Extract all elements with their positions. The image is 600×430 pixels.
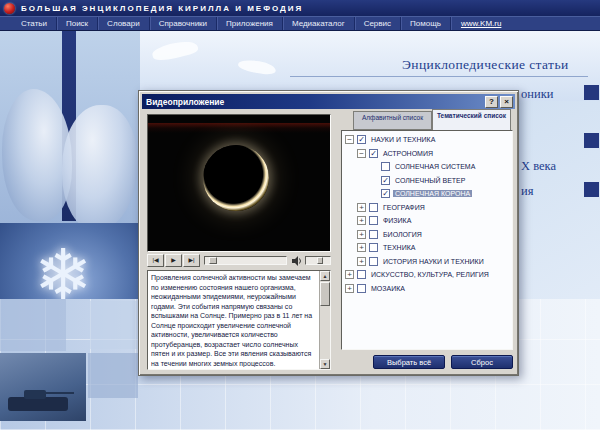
tree-item[interactable]: −✓АСТРОНОМИЯ bbox=[342, 147, 512, 161]
menu-item-service[interactable]: Сервис bbox=[355, 17, 401, 30]
checkbox-unchecked-icon[interactable] bbox=[369, 257, 378, 266]
checkbox-unchecked-icon[interactable] bbox=[369, 203, 378, 212]
km-ru-link[interactable]: www.KM.ru bbox=[451, 19, 511, 28]
collapse-icon[interactable]: − bbox=[357, 149, 366, 158]
volume-slider-thumb[interactable] bbox=[317, 257, 323, 264]
tank-silhouette bbox=[8, 397, 68, 411]
checkbox-checked-icon[interactable]: ✓ bbox=[357, 135, 366, 144]
close-button[interactable]: × bbox=[500, 96, 513, 108]
menubar-items: СтатьиПоискСловариСправочникиПриложенияМ… bbox=[12, 17, 451, 30]
menu-item-dictionaries[interactable]: Словари bbox=[98, 17, 150, 30]
tab-alphabetical-list[interactable]: Алфавитный список bbox=[353, 111, 432, 130]
tree-item-label: БИОЛОГИЯ bbox=[381, 231, 424, 238]
tree-item-label: ГЕОГРАФИЯ bbox=[381, 204, 427, 211]
menubar: СтатьиПоискСловариСправочникиПриложенияМ… bbox=[0, 16, 600, 31]
tank-photo-tile bbox=[0, 353, 86, 421]
solar-flare-glow bbox=[148, 123, 330, 133]
tree-item[interactable]: +ТЕХНИКА bbox=[342, 241, 512, 255]
list-tabs: Алфавитный список Тематический список bbox=[353, 109, 511, 130]
tree-item-label: ТЕХНИКА bbox=[381, 244, 417, 251]
seek-slider-thumb[interactable] bbox=[209, 257, 217, 264]
menu-item-applications[interactable]: Приложения bbox=[217, 17, 283, 30]
step-back-button[interactable]: |◀ bbox=[147, 254, 164, 267]
photo-tile bbox=[88, 353, 138, 398]
nav-square-bullet[interactable] bbox=[584, 85, 599, 100]
expand-icon[interactable]: + bbox=[357, 216, 366, 225]
category-tree: −✓НАУКИ И ТЕХНИКА−✓АСТРОНОМИЯСОЛНЕЧНАЯ С… bbox=[341, 130, 513, 350]
volume-slider[interactable] bbox=[305, 256, 331, 265]
tree-item-label: СОЛНЕЧНЫЙ ВЕТЕР bbox=[393, 177, 467, 184]
scrollbar-thumb[interactable] bbox=[320, 282, 330, 306]
step-forward-button[interactable]: ▶| bbox=[183, 254, 200, 267]
select-all-button[interactable]: Выбрать всё bbox=[373, 355, 445, 369]
tree-item[interactable]: +МОЗАИКА bbox=[342, 282, 512, 296]
tree-item[interactable]: ✓СОЛНЕЧНЫЙ ВЕТЕР bbox=[342, 174, 512, 188]
expand-icon[interactable]: + bbox=[357, 257, 366, 266]
tree-item[interactable]: +ИСКУССТВО, КУЛЬТУРА, РЕЛИГИЯ bbox=[342, 268, 512, 282]
nav-text-fragment[interactable]: оники bbox=[521, 87, 553, 102]
nav-text-fragment[interactable]: ия bbox=[521, 184, 533, 199]
menu-item-articles[interactable]: Статьи bbox=[12, 17, 57, 30]
tree-item-label: ФИЗИКА bbox=[381, 217, 413, 224]
section-heading: Энциклопедические статьи bbox=[402, 57, 569, 73]
play-button[interactable]: ▶ bbox=[165, 254, 182, 267]
scroll-down-icon[interactable]: ▼ bbox=[320, 359, 330, 369]
speaker-icon[interactable] bbox=[291, 255, 304, 267]
reset-button[interactable]: Сброс bbox=[451, 355, 513, 369]
expand-icon[interactable]: + bbox=[345, 284, 354, 293]
photo-tile bbox=[0, 299, 66, 351]
video-player-screen[interactable] bbox=[147, 114, 331, 252]
tank-silhouette bbox=[24, 390, 46, 399]
app-titlebar: БОЛЬШАЯ ЭНЦИКЛОПЕДИЯ КИРИЛЛА И МЕФОДИЯ bbox=[0, 0, 600, 16]
menu-item-search[interactable]: Поиск bbox=[57, 17, 98, 30]
menu-item-help[interactable]: Помощь bbox=[401, 17, 451, 30]
vertical-scrollbar[interactable]: ▲ ▼ bbox=[319, 271, 330, 369]
tree-item-label: НАУКИ И ТЕХНИКА bbox=[369, 136, 437, 143]
tree-item[interactable]: +ИСТОРИЯ НАУКИ И ТЕХНИКИ bbox=[342, 255, 512, 269]
checkbox-unchecked-icon[interactable] bbox=[369, 230, 378, 239]
tree-item[interactable]: +БИОЛОГИЯ bbox=[342, 228, 512, 242]
tree-item[interactable]: +ГЕОГРАФИЯ bbox=[342, 201, 512, 215]
description-textbox: Проявления солнечной активности мы замеч… bbox=[147, 270, 331, 370]
scroll-up-icon[interactable]: ▲ bbox=[320, 271, 330, 281]
nav-square-bullet[interactable] bbox=[584, 182, 599, 197]
tree-item-label: АСТРОНОМИЯ bbox=[381, 150, 435, 157]
checkbox-checked-icon[interactable]: ✓ bbox=[381, 189, 390, 198]
help-button[interactable]: ? bbox=[485, 96, 498, 108]
tree-item-label: СОЛНЕЧНАЯ КОРОНА bbox=[393, 190, 472, 197]
checkbox-unchecked-icon[interactable] bbox=[369, 216, 378, 225]
km-logo-icon bbox=[4, 3, 15, 14]
menu-item-media-catalog[interactable]: Медиакаталог bbox=[283, 17, 355, 30]
tree-item[interactable]: СОЛНЕЧНАЯ СИСТЕМА bbox=[342, 160, 512, 174]
checkbox-checked-icon[interactable]: ✓ bbox=[381, 176, 390, 185]
checkbox-unchecked-icon[interactable] bbox=[369, 243, 378, 252]
nav-text-fragment[interactable]: X века bbox=[521, 159, 556, 174]
checkbox-checked-icon[interactable]: ✓ bbox=[369, 149, 378, 158]
nav-square-bullet[interactable] bbox=[584, 133, 599, 148]
expand-icon[interactable]: + bbox=[357, 203, 366, 212]
dialog-titlebar[interactable]: Видеоприложение ? × bbox=[142, 94, 515, 109]
tree-item[interactable]: +ФИЗИКА bbox=[342, 214, 512, 228]
tree-item[interactable]: ✓СОЛНЕЧНАЯ КОРОНА bbox=[342, 187, 512, 201]
solar-eclipse-frame bbox=[203, 145, 269, 211]
player-controls: |◀▶▶| bbox=[147, 254, 331, 267]
seek-slider[interactable] bbox=[204, 256, 287, 265]
collapse-icon[interactable]: − bbox=[345, 135, 354, 144]
tree-item[interactable]: −✓НАУКИ И ТЕХНИКА bbox=[342, 133, 512, 147]
checkbox-unchecked-icon[interactable] bbox=[357, 270, 366, 279]
expand-icon[interactable]: + bbox=[357, 230, 366, 239]
tank-silhouette bbox=[44, 392, 74, 394]
heading-divider bbox=[290, 76, 588, 77]
menu-item-reference-books[interactable]: Справочники bbox=[150, 17, 217, 30]
app-title: БОЛЬШАЯ ЭНЦИКЛОПЕДИЯ КИРИЛЛА И МЕФОДИЯ bbox=[21, 4, 303, 13]
checkbox-unchecked-icon[interactable] bbox=[357, 284, 366, 293]
video-application-dialog: Видеоприложение ? × |◀▶▶| Про bbox=[138, 90, 519, 376]
tree-item-label: ИСТОРИЯ НАУКИ И ТЕХНИКИ bbox=[381, 258, 486, 265]
player-controls-left: |◀▶▶| bbox=[147, 254, 200, 267]
tab-thematic-list[interactable]: Тематический список bbox=[432, 109, 511, 130]
expand-icon[interactable]: + bbox=[345, 270, 354, 279]
expand-icon[interactable]: + bbox=[357, 243, 366, 252]
photo-tile bbox=[90, 301, 138, 349]
checkbox-unchecked-icon[interactable] bbox=[381, 162, 390, 171]
application-window: БОЛЬШАЯ ЭНЦИКЛОПЕДИЯ КИРИЛЛА И МЕФОДИЯ С… bbox=[0, 0, 600, 430]
